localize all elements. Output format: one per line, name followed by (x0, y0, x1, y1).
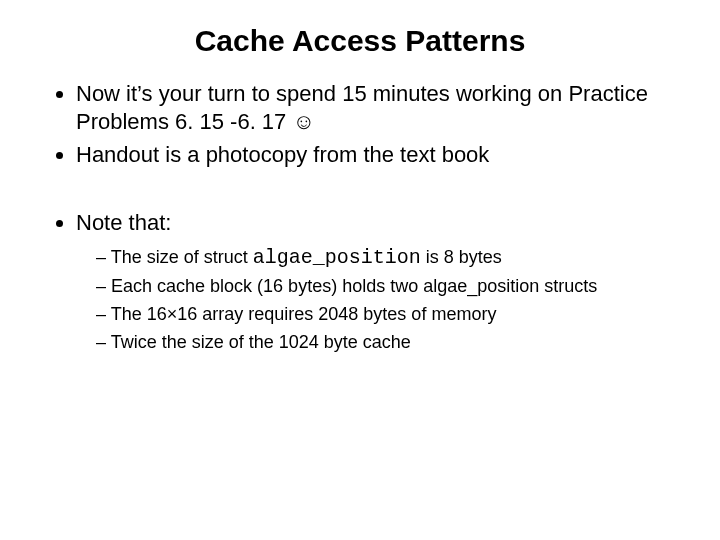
code-text: algae_position (253, 246, 421, 269)
bullet-list: Note that: The size of struct algae_posi… (40, 209, 680, 357)
sub-text: The size of struct (111, 247, 253, 267)
sub-list: The size of struct algae_position is 8 b… (76, 242, 680, 357)
sub-item: The size of struct algae_position is 8 b… (96, 242, 680, 273)
sub-item: Twice the size of the 1024 byte cache (96, 329, 680, 357)
bullet-item: Handout is a photocopy from the text boo… (76, 141, 680, 169)
sub-item: Each cache block (16 bytes) holds two al… (96, 273, 680, 301)
sub-item: The 16×16 array requires 2048 bytes of m… (96, 301, 680, 329)
sub-text: is 8 bytes (421, 247, 502, 267)
bullet-text: Note that: (76, 210, 171, 235)
bullet-item: Note that: The size of struct algae_posi… (76, 209, 680, 357)
spacer (40, 175, 680, 209)
bullet-item: Now it’s your turn to spend 15 minutes w… (76, 80, 680, 135)
slide: Cache Access Patterns Now it’s your turn… (0, 0, 720, 540)
slide-title: Cache Access Patterns (40, 24, 680, 58)
bullet-list: Now it’s your turn to spend 15 minutes w… (40, 80, 680, 169)
